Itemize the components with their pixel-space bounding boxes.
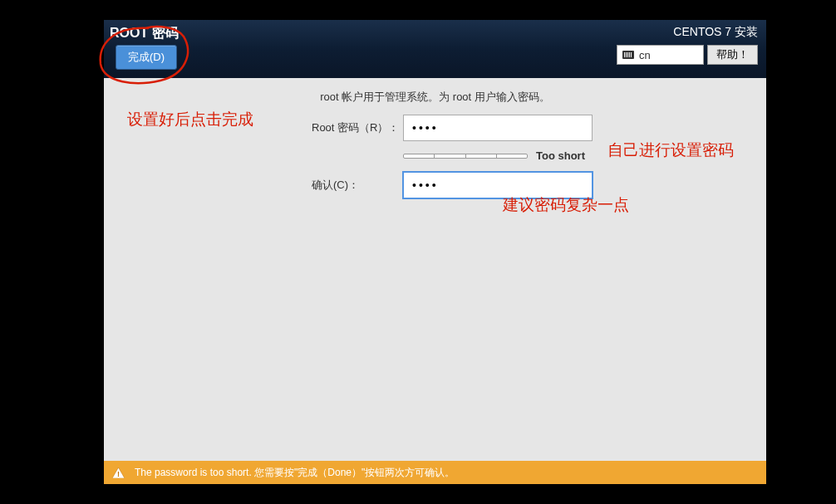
svg-text:!: ! bbox=[117, 470, 120, 478]
confirm-password-input[interactable] bbox=[403, 172, 593, 198]
keyboard-layout-indicator[interactable]: cn bbox=[617, 45, 704, 65]
lang-help-row: cn 帮助！ bbox=[617, 45, 758, 65]
password-strength-bar bbox=[403, 154, 528, 159]
confirm-row: 确认(C)： bbox=[120, 172, 750, 198]
root-description: root 帐户用于管理系统。为 root 用户输入密码。 bbox=[120, 90, 750, 105]
lang-code: cn bbox=[639, 49, 651, 61]
password-strength-text: Too short bbox=[536, 149, 585, 162]
install-title: CENTOS 7 安装 bbox=[673, 25, 758, 40]
content-area: root 帐户用于管理系统。为 root 用户输入密码。 Root 密码（R）：… bbox=[104, 78, 766, 461]
header-right: CENTOS 7 安装 cn 帮助！ bbox=[617, 25, 758, 65]
help-button[interactable]: 帮助！ bbox=[707, 45, 758, 65]
warning-icon: ! bbox=[112, 467, 125, 478]
confirm-label: 确认(C)： bbox=[312, 178, 403, 193]
done-button[interactable]: 完成(D) bbox=[116, 45, 177, 70]
keyboard-icon bbox=[622, 51, 634, 59]
password-label: Root 密码（R）： bbox=[312, 120, 403, 135]
strength-row: Too short bbox=[120, 149, 750, 162]
header-bar: ROOT 密码 完成(D) CENTOS 7 安装 cn 帮助！ bbox=[104, 20, 766, 78]
warning-text: The password is too short. 您需要按"完成（Done）… bbox=[135, 466, 455, 480]
root-password-input[interactable] bbox=[403, 115, 593, 141]
page-title: ROOT 密码 bbox=[110, 25, 179, 42]
warning-footer: ! The password is too short. 您需要按"完成（Don… bbox=[104, 461, 766, 484]
password-row: Root 密码（R）： bbox=[120, 115, 750, 141]
installer-window: ROOT 密码 完成(D) CENTOS 7 安装 cn 帮助！ root 帐户… bbox=[104, 20, 766, 484]
